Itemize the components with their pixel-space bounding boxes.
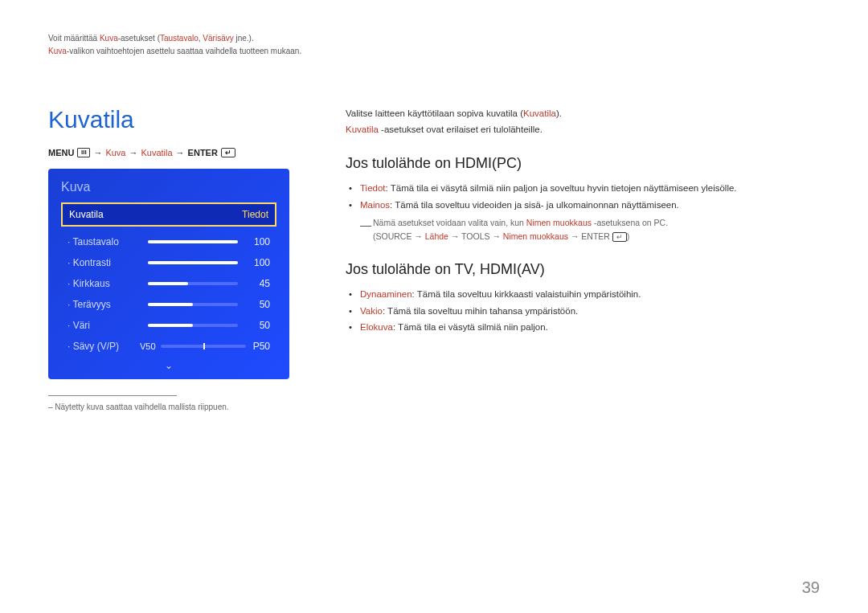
keyword-elokuva: Elokuva bbox=[360, 322, 393, 332]
bullet-list-pc: Tiedot: Tämä tila ei väsytä silmiä niin … bbox=[346, 180, 820, 213]
panel-row-taustavalo[interactable]: · Taustavalo 100 bbox=[61, 231, 276, 252]
text: Valitse laitteen käyttötilaan sopiva kuv… bbox=[346, 108, 523, 118]
right-column: Valitse laitteen käyttötilaan sopiva kuv… bbox=[346, 106, 820, 411]
slider-fill bbox=[148, 324, 193, 327]
slider-fill bbox=[148, 282, 188, 285]
slider-track[interactable] bbox=[148, 261, 238, 264]
panel-row-vari[interactable]: · Väri 50 bbox=[61, 315, 276, 336]
intro-keyword-varisavy: Värisävy bbox=[203, 34, 233, 43]
arrow-icon: → bbox=[93, 148, 102, 157]
balance-tick bbox=[203, 343, 205, 349]
list-item: Mainos: Tämä tila soveltuu videoiden ja … bbox=[360, 197, 820, 214]
menu-label: MENU bbox=[48, 148, 74, 157]
menu-path: MENU III → Kuva → Kuvatila → ENTER ↵ bbox=[48, 148, 297, 157]
list-item: Tiedot: Tämä tila ei väsytä silmiä niin … bbox=[360, 180, 820, 197]
row-value: 50 bbox=[246, 299, 270, 310]
row-value: 100 bbox=[246, 236, 270, 247]
lead-paragraph: Valitse laitteen käyttötilaan sopiva kuv… bbox=[346, 106, 820, 137]
slider-track[interactable] bbox=[148, 240, 238, 243]
selected-value: Tiedot bbox=[242, 209, 268, 220]
row-label: · Sävy (V/P) bbox=[68, 341, 140, 352]
tv-menu-panel: Kuva Kuvatila Tiedot · Taustavalo 100 · … bbox=[48, 169, 289, 379]
savy-left: V50 bbox=[140, 341, 156, 351]
enter-icon: ↵ bbox=[221, 148, 235, 157]
row-label: · Taustavalo bbox=[68, 236, 140, 247]
path-step-kuvatila: Kuvatila bbox=[141, 148, 172, 157]
savy-right: P50 bbox=[246, 341, 270, 352]
row-value: 100 bbox=[246, 257, 270, 268]
left-column: Kuvatila MENU III → Kuva → Kuvatila → EN… bbox=[48, 106, 297, 411]
note: ― Nämä asetukset voidaan valita vain, ku… bbox=[346, 216, 820, 243]
selected-label: Kuvatila bbox=[69, 209, 104, 220]
panel-title: Kuva bbox=[61, 180, 276, 194]
page-number: 39 bbox=[802, 578, 820, 597]
subheading-tv-hdmi-av: Jos tulolähde on TV, HDMI(AV) bbox=[346, 261, 820, 278]
intro-text: -asetukset ( bbox=[118, 34, 160, 43]
text: → TOOLS → bbox=[448, 231, 503, 241]
keyword-lahde: Lähde bbox=[425, 231, 448, 241]
row-value: 45 bbox=[246, 278, 270, 289]
keyword-mainos: Mainos bbox=[360, 200, 390, 210]
slider-fill bbox=[148, 240, 238, 243]
keyword-nimen-muokkaus: Nimen muokkaus bbox=[503, 231, 568, 241]
slider-track[interactable] bbox=[148, 282, 238, 285]
panel-row-kirkkaus[interactable]: · Kirkkaus 45 bbox=[61, 273, 276, 294]
section-title: Kuvatila bbox=[48, 106, 297, 133]
keyword-kuvatila: Kuvatila bbox=[346, 125, 379, 134]
slider-fill bbox=[148, 261, 238, 264]
slider-track[interactable] bbox=[148, 324, 238, 327]
enter-icon: ↵ bbox=[612, 232, 627, 242]
row-value: 50 bbox=[246, 320, 270, 331]
text: : Tämä tila soveltuu kirkkaasti valaistu… bbox=[412, 289, 641, 299]
text: ). bbox=[556, 108, 562, 118]
menu-icon: III bbox=[77, 148, 90, 157]
text: ) bbox=[627, 231, 630, 241]
intro-keyword-kuva: Kuva bbox=[100, 34, 118, 43]
arrow-icon: → bbox=[176, 148, 185, 157]
enter-label: ENTER bbox=[188, 148, 218, 157]
slider-fill bbox=[148, 303, 193, 306]
panel-row-kontrasti[interactable]: · Kontrasti 100 bbox=[61, 252, 276, 273]
text: (SOURCE → bbox=[373, 231, 425, 241]
row-label: · Kirkkaus bbox=[68, 278, 140, 289]
list-item: Vakio: Tämä tila soveltuu mihin tahansa … bbox=[360, 303, 820, 320]
text: -asetuksena on PC. bbox=[592, 218, 668, 227]
intro-text: -valikon vaihtoehtojen asettelu saattaa … bbox=[67, 47, 301, 55]
keyword-tiedot: Tiedot bbox=[360, 183, 386, 193]
keyword-kuvatila: Kuvatila bbox=[523, 108, 556, 118]
list-item: Elokuva: Tämä tila ei väsytä silmiä niin… bbox=[360, 319, 820, 336]
panel-row-teravyys[interactable]: · Terävyys 50 bbox=[61, 294, 276, 315]
chapter-intro: Voit määrittää Kuva-asetukset (Taustaval… bbox=[48, 32, 563, 58]
keyword-nimen-muokkaus: Nimen muokkaus bbox=[526, 218, 592, 227]
text: → ENTER bbox=[568, 231, 612, 241]
chevron-down-icon[interactable]: ⌄ bbox=[61, 360, 276, 371]
page: Voit määrittää Kuva-asetukset (Taustaval… bbox=[0, 0, 868, 613]
row-label: · Terävyys bbox=[68, 299, 140, 310]
arrow-icon: → bbox=[129, 148, 137, 157]
intro-text: Voit määrittää bbox=[48, 34, 100, 43]
keyword-vakio: Vakio bbox=[360, 306, 383, 316]
intro-text: jne.). bbox=[234, 34, 254, 43]
row-label: · Kontrasti bbox=[68, 257, 140, 268]
footnote: – Näytetty kuva saattaa vaihdella mallis… bbox=[48, 403, 297, 411]
row-label: · Väri bbox=[68, 320, 140, 331]
text: Nämä asetukset voidaan valita vain, kun bbox=[373, 218, 526, 227]
text: : Tämä tila ei väsytä silmiä niin paljon… bbox=[386, 183, 737, 193]
text: : Tämä tila soveltuu mihin tahansa ympär… bbox=[383, 306, 578, 316]
keyword-dynaaminen: Dynaaminen bbox=[360, 289, 412, 299]
path-step-kuva: Kuva bbox=[105, 148, 125, 157]
list-item: Dynaaminen: Tämä tila soveltuu kirkkaast… bbox=[360, 286, 820, 303]
bullet-list-av: Dynaaminen: Tämä tila soveltuu kirkkaast… bbox=[346, 286, 820, 336]
subheading-hdmi-pc: Jos tulolähde on HDMI(PC) bbox=[346, 155, 820, 172]
intro-keyword-taustavalo: Taustavalo bbox=[160, 34, 199, 43]
text: -asetukset ovat erilaiset eri tulolähtei… bbox=[379, 125, 542, 134]
footnote-rule bbox=[48, 395, 177, 396]
text: : Tämä tila soveltuu videoiden ja sisä- … bbox=[390, 200, 679, 210]
dash-icon: ― bbox=[360, 216, 371, 234]
text: : Tämä tila ei väsytä silmiä niin paljon… bbox=[393, 322, 548, 332]
panel-selected-row[interactable]: Kuvatila Tiedot bbox=[61, 202, 276, 227]
balance-track[interactable] bbox=[161, 345, 246, 348]
slider-track[interactable] bbox=[148, 303, 238, 306]
intro-keyword-kuva-2: Kuva bbox=[48, 47, 67, 55]
panel-row-savy[interactable]: · Sävy (V/P) V50 P50 bbox=[61, 336, 276, 357]
